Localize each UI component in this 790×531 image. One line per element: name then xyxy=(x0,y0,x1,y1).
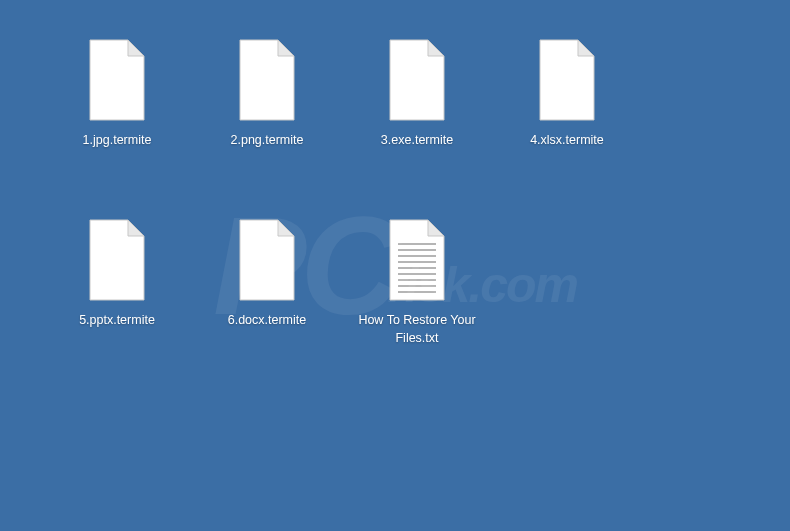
blank-file-icon xyxy=(81,35,153,125)
desktop-file-item[interactable]: 1.jpg.termite xyxy=(42,35,192,215)
desktop-file-item[interactable]: 4.xlsx.termite xyxy=(492,35,642,215)
desktop-file-item[interactable]: 3.exe.termite xyxy=(342,35,492,215)
file-label: 3.exe.termite xyxy=(381,131,453,149)
desktop-file-item[interactable]: 6.docx.termite xyxy=(192,215,342,395)
file-label: How To Restore Your Files.txt xyxy=(347,311,487,347)
blank-file-icon xyxy=(231,215,303,305)
blank-file-icon xyxy=(231,35,303,125)
desktop-file-item[interactable]: 2.png.termite xyxy=(192,35,342,215)
file-label: 2.png.termite xyxy=(231,131,304,149)
file-label: 1.jpg.termite xyxy=(83,131,152,149)
desktop-area: 1.jpg.termite 2.png.termite 3.exe.termit… xyxy=(0,0,790,395)
blank-file-icon xyxy=(81,215,153,305)
blank-file-icon xyxy=(381,35,453,125)
blank-file-icon xyxy=(531,35,603,125)
desktop-file-item[interactable]: How To Restore Your Files.txt xyxy=(342,215,492,395)
desktop-file-item[interactable]: 5.pptx.termite xyxy=(42,215,192,395)
text-file-icon xyxy=(381,215,453,305)
file-label: 5.pptx.termite xyxy=(79,311,155,329)
file-label: 4.xlsx.termite xyxy=(530,131,604,149)
file-label: 6.docx.termite xyxy=(228,311,307,329)
